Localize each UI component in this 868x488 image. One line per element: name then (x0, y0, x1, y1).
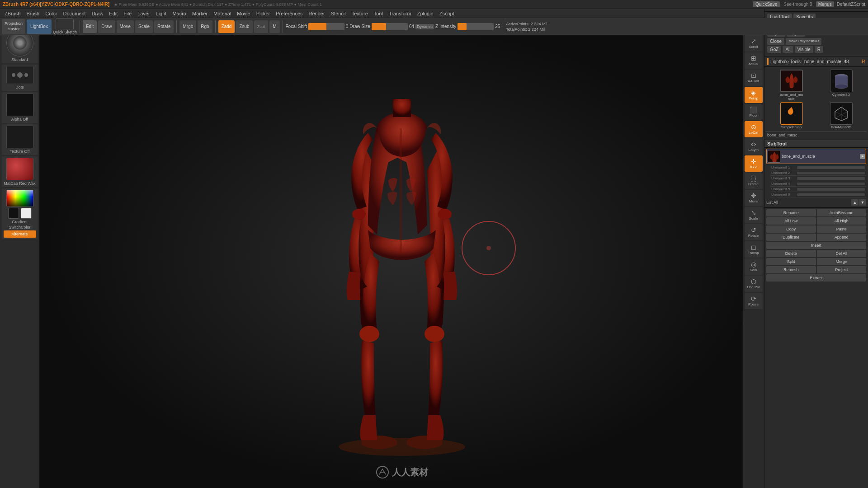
scale-icon-button[interactable]: ⤡ Scale (745, 207, 763, 223)
floor-button[interactable]: ⬛ Floor (745, 104, 763, 120)
delete-button[interactable]: Delete (766, 250, 816, 257)
dynamic-button[interactable]: Dynamic (415, 24, 434, 29)
cylinder3d-thumb[interactable]: Cylinder3D (817, 70, 865, 101)
paste-subtool-button[interactable]: Paste (817, 225, 867, 233)
menu-item-marker[interactable]: Marker (189, 10, 210, 17)
rotate-button[interactable]: Rotate (154, 20, 174, 33)
white-swatch[interactable] (21, 208, 32, 219)
menu-item-brush[interactable]: Brush (24, 10, 42, 17)
move-button[interactable]: Move (117, 20, 134, 33)
duplicate-button[interactable]: Duplicate (766, 234, 816, 241)
menu-item-movie[interactable]: Movie (234, 10, 253, 17)
menu-item-zplugin[interactable]: Zplugin (415, 10, 436, 17)
menu-item-color[interactable]: Color (42, 10, 60, 17)
color-picker[interactable] (6, 190, 33, 207)
quick-sketch-button[interactable]: Quick Sketch (53, 19, 77, 34)
local-button[interactable]: ⊙ LoCal (745, 121, 763, 137)
menu-item-picker[interactable]: Picker (254, 10, 273, 17)
frame-button[interactable]: ⬚ Frame (745, 173, 763, 189)
all-low-button[interactable]: All Low (766, 217, 816, 225)
menu-item-zscript[interactable]: Zscript (437, 10, 457, 17)
alternate-button[interactable]: Alternate (4, 230, 36, 238)
menu-item-texture[interactable]: Texture (349, 10, 371, 17)
project-button[interactable]: Project (817, 266, 867, 273)
menus-button[interactable]: Menus (816, 1, 834, 7)
scroll-button[interactable]: ⤢ Scroll (745, 35, 763, 52)
scroll-up-button[interactable]: ▲ (851, 199, 859, 206)
canvas-area[interactable]: 人人素材 (40, 26, 764, 488)
extract-button[interactable]: Extract (766, 274, 866, 282)
focal-shift-slider[interactable] (308, 23, 344, 30)
r-side-button[interactable]: R (862, 59, 865, 64)
rotate-icon-button[interactable]: ↺ Rotate (745, 224, 763, 240)
menu-item-file[interactable]: File (121, 10, 134, 17)
menu-item-tool[interactable]: Tool (371, 10, 386, 17)
m-button[interactable]: M (269, 20, 279, 33)
lightbox-tools-label[interactable]: Lightbox› Tools (770, 59, 801, 64)
merge-button[interactable]: Merge (817, 258, 867, 265)
visible-button[interactable]: Visible (795, 46, 813, 53)
texture-preview[interactable] (6, 126, 33, 148)
rpose-button[interactable]: ⟳ Rpose (745, 293, 763, 309)
rename-button[interactable]: Rename (766, 209, 816, 216)
move-icon-button[interactable]: ✥ Move (745, 190, 763, 206)
goz-button[interactable]: GoZ (767, 46, 781, 53)
menu-item-document[interactable]: Document (61, 10, 89, 17)
transp-button[interactable]: ◻ Transp (745, 241, 763, 258)
draw-button[interactable]: Draw (98, 20, 115, 33)
remesh-button[interactable]: Remesh (766, 266, 816, 273)
zcut-button[interactable]: Zcut (254, 20, 269, 33)
persp-button[interactable]: ◈ Persp (745, 87, 763, 103)
dots-preview[interactable] (6, 66, 33, 84)
zsub-button[interactable]: Zsub (236, 20, 252, 33)
subtool-eye-icon[interactable]: 👁 (860, 154, 865, 159)
menu-item-stencil[interactable]: Stencil (328, 10, 349, 17)
r-button[interactable]: R (815, 46, 823, 53)
menu-item-layer[interactable]: Layer (135, 10, 153, 17)
xyz-button[interactable]: ✛ XYZ (745, 155, 763, 172)
actual-button[interactable]: ⊞ Actual (745, 52, 763, 69)
menu-item-preferences[interactable]: Preferences (273, 10, 305, 17)
edit-button[interactable]: Edit (83, 20, 97, 33)
menu-item-macro[interactable]: Macro (170, 10, 189, 17)
alpha-preview[interactable] (6, 94, 33, 116)
menu-item-light[interactable]: Light (153, 10, 170, 17)
auto-rename-button[interactable]: AutoRename (817, 209, 867, 216)
insert-button[interactable]: Insert (766, 242, 866, 249)
menu-item-material[interactable]: Material (211, 10, 234, 17)
bone-muscle-thumb[interactable]: bone_and_muscle (767, 70, 816, 101)
menu-item-draw[interactable]: Draw (89, 10, 106, 17)
zadd-button[interactable]: Zadd (218, 20, 235, 33)
make-polymesh-button[interactable]: Make PolyMesh3D (786, 38, 821, 45)
copy-subtool-button[interactable]: Copy (766, 225, 816, 233)
menu-item-transform[interactable]: Transform (386, 10, 414, 17)
draw-size-slider[interactable] (372, 23, 408, 30)
menu-item-zbrush[interactable]: ZBrush (2, 10, 23, 17)
scale-button[interactable]: Scale (135, 20, 153, 33)
projection-master-button[interactable]: Projection Master (2, 19, 25, 34)
lsym-button[interactable]: ⇔ L.Sym (745, 138, 763, 155)
rgb-button[interactable]: Rgb (198, 20, 212, 33)
polymesh3d-thumb[interactable]: PolyMesh3D (817, 102, 865, 129)
menu-item-render[interactable]: Render (306, 10, 328, 17)
clone-button[interactable]: Clone (767, 38, 784, 45)
split-button[interactable]: Split (766, 258, 816, 265)
menu-item-edit[interactable]: Edit (106, 10, 120, 17)
use-pol-button[interactable]: ⬡ Use Pol (745, 276, 763, 292)
aahalf-button[interactable]: ⊡ AAHalf (745, 70, 763, 86)
lightbox-button[interactable]: LightBox (27, 19, 52, 34)
all-high-button[interactable]: All High (817, 217, 867, 225)
append-button[interactable]: Append (817, 234, 867, 241)
scroll-down-button[interactable]: ▼ (859, 199, 866, 206)
simplebrush-thumb[interactable]: SimpleBrush (767, 102, 816, 129)
del-all-button[interactable]: Del All (817, 250, 867, 257)
mrgb-button[interactable]: Mrgb (179, 20, 196, 33)
all-button[interactable]: All (783, 46, 793, 53)
z-intensity-slider[interactable] (458, 23, 494, 30)
subtool-active-row[interactable]: bone_and_muscle 👁 (766, 149, 866, 164)
black-swatch[interactable] (8, 208, 19, 219)
solo-button[interactable]: ◎ Solo (745, 258, 763, 275)
quicksave-button[interactable]: QuickSave (753, 1, 780, 7)
material-preview[interactable] (6, 158, 33, 180)
layer-bar-3 (797, 177, 865, 180)
